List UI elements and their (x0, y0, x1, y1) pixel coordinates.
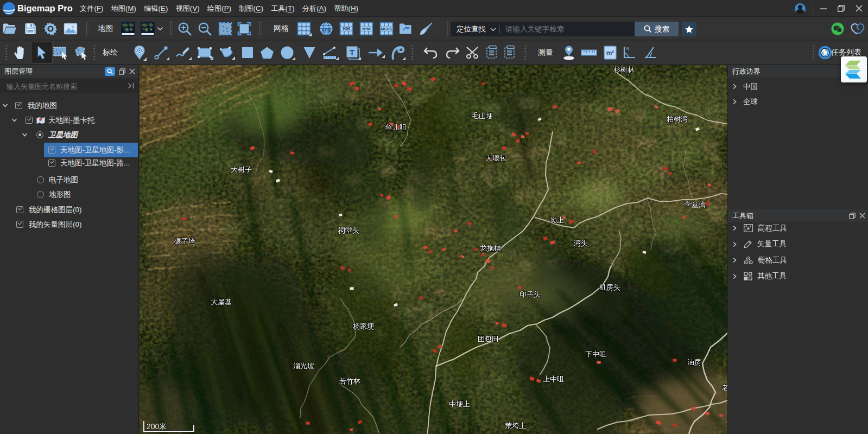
svg-text:T: T (350, 47, 354, 56)
svg-text:Lng: Lng (322, 27, 331, 32)
svg-text:N*M: N*M (362, 27, 371, 31)
svg-text:200米: 200米 (147, 422, 167, 431)
svg-text:MGRS: MGRS (381, 27, 392, 30)
svg-text:N: N (626, 47, 629, 50)
svg-text:m²: m² (606, 49, 614, 57)
svg-text:KM: KM (343, 26, 350, 31)
